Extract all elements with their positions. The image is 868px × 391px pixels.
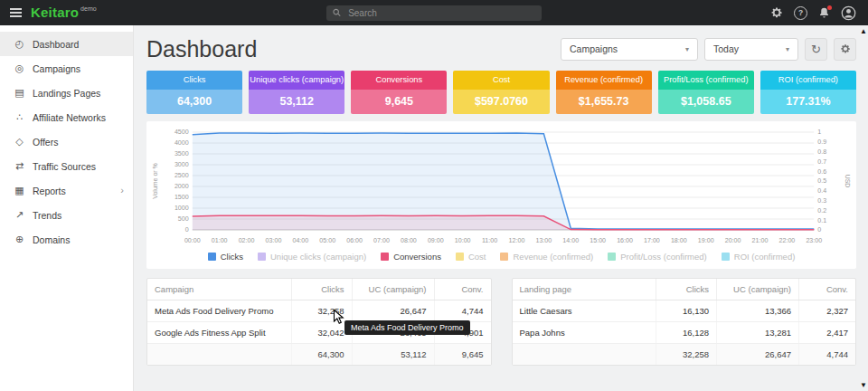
sidebar-item-trends[interactable]: ↗Trends: [0, 203, 133, 227]
cell-value: 16,130: [656, 300, 717, 322]
stat-card-label: Profit/Loss (confirmed): [658, 71, 754, 90]
sidebar-item-landings-pages[interactable]: ▤Landings Pages: [0, 81, 133, 105]
date-range-label: Today: [713, 43, 739, 54]
sidebar-item-campaigns[interactable]: ◎Campaigns: [0, 56, 133, 81]
svg-text:15:00: 15:00: [590, 237, 606, 243]
campaigns-filter-label: Campaigns: [570, 43, 618, 54]
stat-card-label: Conversions: [351, 71, 447, 90]
sidebar-item-dashboard[interactable]: ◴Dashboard: [0, 32, 133, 56]
sidebar-item-affiliate-networks[interactable]: ∴Affiliate Networks: [0, 105, 133, 129]
sidebar-item-domains[interactable]: ⊕Domains: [0, 227, 133, 252]
menu-icon[interactable]: [0, 0, 31, 25]
cell-value: 4,744: [434, 300, 491, 322]
settings-icon[interactable]: [770, 6, 783, 19]
legend-item-unique-clicks-campaign[interactable]: Unique clicks (campaign): [258, 252, 366, 262]
total-value: [147, 344, 291, 366]
notification-dot: [827, 5, 832, 10]
affiliate-networks-icon: ∴: [12, 111, 27, 123]
offers-icon: ◇: [12, 136, 27, 148]
campaigns-icon: ◎: [12, 62, 27, 74]
svg-text:Volume or %: Volume or %: [152, 162, 158, 198]
svg-text:1: 1: [817, 129, 821, 136]
svg-text:12:00: 12:00: [509, 237, 525, 243]
total-value: 26,647: [717, 344, 799, 366]
stat-card-conversions: Conversions9,645: [351, 71, 447, 114]
reports-icon: ▦: [12, 185, 27, 196]
svg-text:05:00: 05:00: [319, 237, 335, 243]
row-name-link[interactable]: Little Caesars: [513, 300, 656, 322]
legend-item-roi-confirmed[interactable]: ROI (confirmed): [722, 252, 796, 262]
column-header-uc-campaign[interactable]: UC (campaign): [352, 279, 434, 300]
column-header-clicks[interactable]: Clicks: [291, 279, 352, 300]
totals-row: 64,30053,1129,645: [147, 344, 491, 366]
svg-text:USD: USD: [844, 175, 851, 188]
app-logo[interactable]: Keitarodemo: [31, 5, 97, 21]
column-header-uc-campaign[interactable]: UC (campaign): [717, 279, 799, 300]
legend-item-clicks[interactable]: Clicks: [208, 252, 243, 262]
svg-text:11:00: 11:00: [482, 237, 497, 243]
legend-label: Unique clicks (campaign): [270, 252, 366, 262]
landings-icon: ▤: [12, 87, 27, 99]
stat-cards-row: Clicks64,300Unique clicks (campaign)53,1…: [146, 71, 856, 114]
refresh-icon: ↻: [811, 43, 821, 56]
stat-card-roi-confirmed: ROI (confirmed)177.31%: [760, 71, 856, 114]
svg-text:14:00: 14:00: [562, 237, 579, 243]
campaigns-filter-select[interactable]: Campaigns ▾: [561, 38, 698, 61]
stat-card-profit-loss-confirmed: Profit/Loss (confirmed)$1,058.65: [658, 71, 754, 114]
legend-label: Profit/Loss (confirmed): [620, 252, 707, 262]
stat-card-value: 9,645: [351, 90, 447, 114]
column-header-conv[interactable]: Conv.: [799, 279, 856, 300]
stat-card-label: Clicks: [146, 71, 242, 90]
scroll-up-arrow[interactable]: ▲: [860, 27, 867, 35]
sidebar-item-traffic-sources[interactable]: ⇄Traffic Sources: [0, 154, 133, 178]
column-header-conv[interactable]: Conv.: [434, 279, 491, 300]
sidebar-item-label: Offers: [33, 137, 58, 148]
stat-card-label: ROI (confirmed): [760, 71, 856, 90]
notifications-icon[interactable]: [818, 7, 830, 19]
legend-swatch: [258, 253, 266, 261]
date-range-select[interactable]: Today ▾: [704, 38, 798, 61]
sidebar-item-label: Reports: [33, 186, 66, 196]
column-header-clicks[interactable]: Clicks: [656, 279, 717, 300]
svg-text:10:00: 10:00: [455, 237, 471, 243]
scroll-down-arrow[interactable]: ▼: [860, 381, 867, 389]
chevron-right-icon: ›: [120, 186, 124, 196]
landings-table: Landing pageClicksUC (campaign)Conv. Lit…: [513, 279, 856, 365]
dashboard-settings-button[interactable]: [834, 38, 856, 61]
stat-card-label: Cost: [453, 71, 549, 90]
legend-label: Conversions: [393, 252, 441, 262]
svg-text:1000: 1000: [175, 205, 189, 212]
traffic-sources-icon: ⇄: [12, 160, 27, 172]
sidebar-item-reports[interactable]: ▦Reports›: [0, 178, 133, 203]
total-value: 4,744: [799, 344, 856, 366]
sidebar-item-offers[interactable]: ◇Offers: [0, 129, 133, 154]
svg-text:13:00: 13:00: [535, 237, 552, 243]
column-header-campaign[interactable]: Campaign: [147, 279, 291, 300]
sidebar-item-label: Trends: [33, 210, 61, 221]
search-bar[interactable]: [326, 5, 542, 21]
account-icon[interactable]: [841, 5, 856, 21]
help-icon[interactable]: ?: [794, 6, 807, 20]
svg-text:0.9: 0.9: [817, 138, 826, 145]
row-name-link[interactable]: Meta Ads Food Delivery Promo: [147, 300, 291, 322]
legend-item-cost[interactable]: Cost: [456, 252, 486, 262]
column-header-landing-page[interactable]: Landing page: [513, 279, 656, 300]
chevron-down-icon: ▾: [778, 45, 789, 53]
legend-item-profit-loss-confirmed[interactable]: Profit/Loss (confirmed): [608, 252, 707, 262]
legend-swatch: [381, 253, 389, 261]
search-input[interactable]: [346, 7, 535, 19]
refresh-button[interactable]: ↻: [805, 38, 827, 61]
svg-text:08:00: 08:00: [401, 237, 417, 243]
legend-item-revenue-confirmed[interactable]: Revenue (confirmed): [500, 252, 593, 262]
row-name-link[interactable]: Papa Johns: [513, 322, 656, 344]
legend-swatch: [208, 253, 216, 261]
stat-card-value: $1,655.73: [556, 90, 652, 114]
legend-swatch: [456, 253, 464, 261]
chevron-down-icon: ▾: [678, 45, 689, 53]
row-name-link[interactable]: Google Ads Fitness App Split: [147, 322, 291, 344]
domains-icon: ⊕: [12, 234, 27, 245]
legend-item-conversions[interactable]: Conversions: [381, 252, 441, 262]
svg-text:0.8: 0.8: [817, 148, 826, 155]
svg-text:0.4: 0.4: [817, 187, 826, 194]
svg-text:03:00: 03:00: [266, 237, 282, 243]
